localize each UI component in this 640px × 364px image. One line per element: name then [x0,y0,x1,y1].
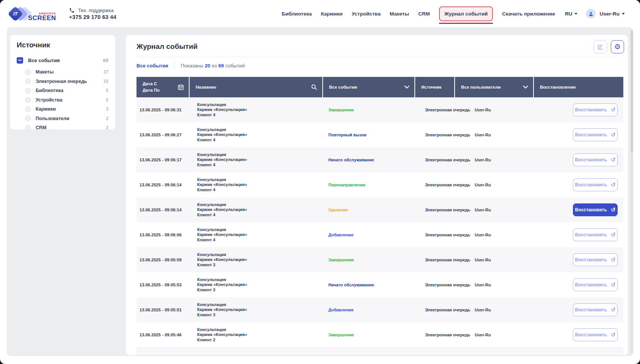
restore-button[interactable]: Восстановить↺ [573,153,618,166]
tree-item-label: Устройства [36,97,63,103]
support-phone[interactable]: +375 29 170 63 44 [69,14,116,20]
user-menu[interactable]: User-Ru [599,11,625,17]
cell-date: 13.06.2025 - 09:06:17 [136,158,190,162]
restore-button[interactable]: Восстановить↺ [573,303,618,316]
source-tree-item[interactable]: Электронная очередь15 [17,77,108,86]
app-logo[interactable]: IT AMBIENCE SCREEN [9,5,56,23]
restore-button[interactable]: Восстановить↺ [573,103,618,116]
cell-event-type: Завершение [323,258,415,262]
column-header-source[interactable]: Источник [415,77,455,97]
table-row: 13.06.2025 - 09:06:17КонсультацияКармик … [136,147,623,172]
undo-icon: ↺ [611,107,616,113]
restore-button[interactable]: Восстановить↺ [573,128,618,141]
restore-button[interactable]: Восстановить↺ [573,328,618,341]
bar-chart-icon [597,44,604,50]
source-tree-root[interactable]: Все события 69 [17,55,108,65]
column-header-event-type[interactable]: Все события [323,77,415,97]
cell-name: КонсультацияКармик «Консультация»Клиент … [190,152,323,168]
tree-item-label: Электронная очередь [36,79,87,84]
language-label: RU [565,11,573,17]
source-tree-item[interactable]: Кармики3 [17,105,108,114]
source-tree-item[interactable]: Пользователи2 [17,114,108,123]
cell-user: User-Ru [455,108,534,112]
primary-nav: БиблиотекаКармикиУстройстваМакетыCRMЖурн… [282,6,555,21]
nav-item-4[interactable]: Макеты [390,11,409,17]
vertical-scrollbar[interactable] [631,30,633,353]
calendar-icon[interactable] [178,84,184,90]
table-row: 13.06.2025 - 09:06:31КонсультацияКармик … [136,97,623,122]
source-tree-item[interactable]: CRM2 [17,123,108,133]
nav-item-1[interactable]: Библиотека [282,11,312,17]
table-row: 13.06.2025 - 09:06:27КонсультацияКармик … [136,122,623,147]
tree-item-count: 5 [106,97,108,103]
restore-button[interactable]: Восстановить↺ [573,203,618,216]
table-row: 13.06.2025 - 09:05:59КонсультацияКармик … [136,247,623,272]
radio-icon[interactable] [25,69,31,75]
cell-name: КонсультацияКармик «Консультация»Клиент … [190,252,323,268]
support-block: Тех. поддержка +375 29 170 63 44 [69,8,116,20]
column-header-date[interactable]: Дата С Дата По [136,77,190,97]
table-row-partial [136,347,623,355]
radio-icon[interactable] [25,78,31,84]
column-header-name[interactable]: Название [190,77,323,97]
restore-button[interactable]: Восстановить↺ [573,178,618,191]
tree-item-label: Кармики [36,106,56,112]
radio-icon[interactable] [25,125,31,131]
undo-icon: ↺ [611,132,616,138]
nav-item-2[interactable]: Кармики [321,11,342,17]
language-selector[interactable]: RU [565,11,578,17]
cell-source: Электронная очередь [415,283,455,287]
person-icon [588,11,594,17]
chevron-down-icon[interactable] [404,86,409,89]
chart-view-button[interactable] [594,40,607,53]
tree-item-label: Пользователи [36,116,69,121]
undo-icon: ↺ [611,257,616,263]
shown-count: 20 [205,63,210,69]
cell-source: Электронная очередь [415,133,455,137]
restore-button[interactable]: Восстановить↺ [573,278,618,291]
cell-event-type: Добавление [323,308,415,312]
column-header-restore: Восстановление [534,77,623,97]
radio-icon[interactable] [25,97,31,103]
topbar: IT AMBIENCE SCREEN Тех. поддержка +375 2… [0,0,640,27]
settings-button[interactable]: ⚙ [611,40,624,53]
indeterminate-checkbox-icon[interactable] [17,57,23,64]
undo-icon: ↺ [611,332,616,338]
cell-user: User-Ru [455,333,534,337]
nav-item-3[interactable]: Устройства [352,11,381,17]
radio-icon[interactable] [25,106,31,112]
nav-item-6[interactable]: Журнал событий [439,6,493,21]
cell-date: 13.06.2025 - 09:05:46 [136,333,190,337]
nav-item-7[interactable]: Скачать приложение [502,11,555,17]
table-body: 13.06.2025 - 09:06:31КонсультацияКармик … [136,97,623,347]
table-row: 13.06.2025 - 09:06:14КонсультацияКармик … [136,172,623,197]
restore-button[interactable]: Восстановить↺ [573,253,618,266]
cell-name: КонсультацияКармик «Консультация»Клиент … [190,327,323,343]
radio-icon[interactable] [25,116,31,121]
tree-item-count: 2 [106,116,108,121]
source-tree-item[interactable]: Макеты37 [17,67,108,77]
tree-root-count: 69 [103,58,108,63]
radio-icon[interactable] [25,88,31,94]
user-avatar[interactable] [586,9,596,19]
page-title: Журнал событий [136,42,617,51]
cell-event-type: Добавление [323,233,415,237]
cell-source: Электронная очередь [415,333,455,337]
table-row: 13.06.2025 - 09:06:14КонсультацияКармик … [136,197,623,222]
column-header-users[interactable]: Все пользователи [455,77,534,97]
search-icon[interactable] [311,84,317,91]
cell-source: Электронная очередь [415,208,455,212]
source-tree-item[interactable]: Библиотека5 [17,86,108,95]
tab-all-events[interactable]: Все события [136,63,168,69]
cell-user: User-Ru [455,158,534,162]
undo-icon: ↺ [611,232,616,238]
cell-name: КонсультацияКармик «Консультация»Клиент … [190,227,323,243]
chevron-down-icon[interactable] [523,86,528,89]
tree-item-count: 2 [106,125,108,130]
source-tree-item[interactable]: Устройства5 [17,95,108,105]
restore-button[interactable]: Восстановить↺ [573,228,618,241]
cell-date: 13.06.2025 - 09:05:53 [136,283,190,287]
chevron-down-icon [574,13,577,15]
cell-date: 13.06.2025 - 09:06:14 [136,183,190,187]
nav-item-5[interactable]: CRM [418,11,430,17]
